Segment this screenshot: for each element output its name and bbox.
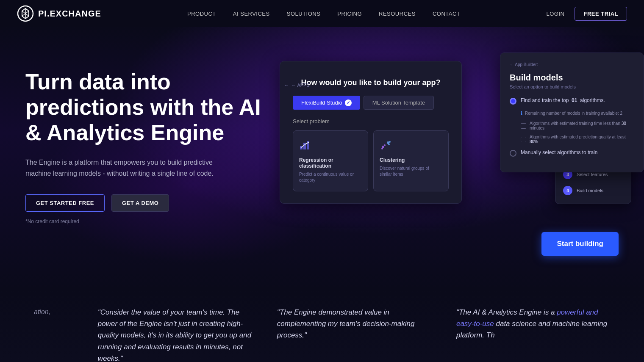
find-train-radio[interactable] — [510, 98, 516, 105]
hero-title: Turn data into predictions with the AI &… — [25, 69, 263, 145]
remaining-text: Remaining number of models in training a… — [525, 111, 622, 116]
get-demo-button[interactable]: GET A DEMO — [111, 194, 169, 212]
nav-item-resources[interactable]: RESOURCES — [379, 10, 416, 17]
build-tabs: FlexiBuild Studio ✓ ML Solution Template — [293, 96, 449, 110]
testimonial-3: "The Engine demonstrated value in comple… — [277, 307, 431, 362]
nav-links: PRODUCT AI SERVICES SOLUTIONS PRICING RE… — [187, 10, 460, 17]
select-problem-label: Select problem — [293, 118, 449, 124]
testimonial-2-text: "Consider the value of your team's time.… — [98, 308, 251, 362]
flexibuild-tab[interactable]: FlexiBuild Studio ✓ — [293, 96, 360, 110]
build-models-subtitle: Select an option to build models — [510, 84, 634, 89]
free-trial-button[interactable]: FREE TRIAL — [575, 7, 627, 21]
start-building-button[interactable]: Start building — [541, 232, 619, 256]
testimonial-2: "Consider the value of your team's time.… — [98, 307, 252, 362]
svg-point-9 — [381, 148, 383, 149]
remaining-info: ℹ Remaining number of models in training… — [521, 111, 634, 116]
svg-point-11 — [389, 141, 391, 143]
app-card-question: How would you like to build your app? — [293, 78, 449, 87]
logo-icon — [17, 5, 34, 22]
step-4-num: 4 — [563, 186, 572, 195]
prediction-quality-checkbox[interactable] — [521, 137, 526, 142]
clustering-icon — [380, 138, 392, 151]
nav-item-contact[interactable]: CONTACT — [433, 10, 460, 17]
build-models-card: ← App Builder: Build models Select an op… — [500, 53, 644, 172]
regression-card[interactable]: Regression or classification Predict a c… — [293, 130, 368, 191]
testimonial-partial-left: ation, — [34, 307, 72, 362]
testimonial-4: "The AI & Analytics Engine is a powerful… — [456, 307, 610, 362]
manual-select-text: Manually select algorithms to train — [521, 149, 597, 156]
clustering-title: Clustering — [380, 157, 442, 163]
step-4-item: 4 Build models — [563, 186, 623, 195]
find-train-option[interactable]: Find and train the top 01 algorithms. — [510, 97, 634, 105]
get-started-button[interactable]: GET STARTED FREE — [25, 194, 105, 212]
problem-cards: Regression or classification Predict a c… — [293, 130, 449, 191]
testimonial-4-before: "The AI & Analytics Engine is a — [456, 308, 557, 316]
svg-point-12 — [388, 144, 390, 145]
nav-item-solutions[interactable]: SOLUTIONS — [287, 10, 321, 17]
prediction-quality-text: Algorithms with estimated prediction qua… — [530, 135, 634, 144]
training-time-option[interactable]: Algorithms with estimated training time … — [521, 121, 634, 130]
hero-buttons: GET STARTED FREE GET A DEMO — [25, 194, 263, 212]
step-3-label: Select features — [577, 172, 608, 177]
hero-mockup: ← ← APPS How would you like to build you… — [263, 36, 644, 281]
training-time-checkbox[interactable] — [521, 123, 526, 129]
nav-item-pricing[interactable]: PRICING — [337, 10, 362, 17]
hero-section: Turn data into predictions with the AI &… — [0, 27, 644, 290]
clustering-desc: Discover natural groups of similar items — [380, 166, 442, 177]
testimonial-3-text: "The Engine demonstrated value in comple… — [277, 308, 415, 339]
logo-text: PI.EXCHANGE — [38, 9, 101, 19]
find-train-text: Find and train the top 01 algorithms. — [521, 97, 605, 104]
nav-item-ai-services[interactable]: AI SERVICES — [233, 10, 270, 17]
no-credit-note: *No credit card required — [25, 218, 263, 224]
step-4-label: Build models — [577, 188, 603, 193]
nav-right: LOGIN FREE TRIAL — [546, 7, 627, 21]
training-time-text: Algorithms with estimated training time … — [530, 121, 634, 130]
testimonials-inner: ation, "Consider the value of your team'… — [0, 307, 644, 362]
prediction-quality-option[interactable]: Algorithms with estimated prediction qua… — [521, 135, 634, 144]
app-builder-card: ← ← APPS How would you like to build you… — [280, 61, 462, 204]
hero-subtitle: The Engine is a platform that empowers y… — [25, 157, 229, 179]
check-icon: ✓ — [345, 99, 352, 106]
ml-solution-tab[interactable]: ML Solution Template — [364, 96, 434, 110]
nav-item-product[interactable]: PRODUCT — [187, 10, 216, 17]
build-models-title: Build models — [510, 73, 634, 83]
back-arrow-icon: ← — [284, 83, 289, 88]
login-link[interactable]: LOGIN — [546, 11, 564, 17]
navbar: PI.EXCHANGE PRODUCT AI SERVICES SOLUTION… — [0, 0, 644, 27]
regression-title: Regression or classification — [299, 157, 362, 169]
manual-select-option[interactable]: Manually select algorithms to train — [510, 149, 634, 157]
testimonials-section: ation, "Consider the value of your team'… — [0, 290, 644, 362]
clustering-card[interactable]: Clustering Discover natural groups of si… — [373, 130, 449, 191]
svg-rect-5 — [303, 143, 306, 149]
app-builder-back-label: ← App Builder: — [510, 62, 634, 67]
hero-content: Turn data into predictions with the AI &… — [25, 53, 263, 224]
logo: PI.EXCHANGE — [17, 5, 101, 22]
apps-back-link[interactable]: ← ← APPS — [284, 83, 310, 88]
svg-point-8 — [384, 144, 386, 146]
regression-icon — [299, 138, 312, 151]
manual-select-radio[interactable] — [510, 150, 516, 157]
partial-text: ation, — [34, 308, 50, 315]
info-icon: ℹ — [521, 111, 522, 116]
regression-desc: Predict a continuous value or category — [299, 171, 362, 183]
